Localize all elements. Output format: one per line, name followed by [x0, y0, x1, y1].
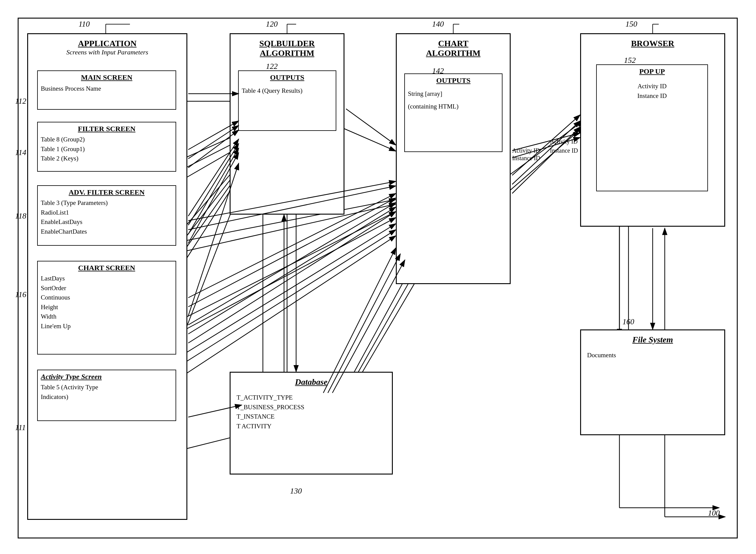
popup-content: Activity ID Instance ID	[597, 77, 707, 105]
activity-type-title: Activity Type Screen	[41, 373, 173, 381]
activity-type-screen-box: Activity Type Screen Table 5 (Activity T…	[37, 370, 176, 421]
svg-line-59	[188, 207, 396, 334]
diagram: Activity ID Instance ID 100 APPLICATION …	[0, 0, 756, 554]
chart-screen-item3: Continuous	[41, 293, 173, 302]
filter-screen-item1: Table 8 (Group2)	[41, 135, 173, 145]
activity-type-item1: Table 5 (Activity Type	[41, 383, 173, 392]
chart-screen-item2: SortOrder	[41, 283, 173, 293]
sqlbuilder-box: SQLBUILDER ALGORITHM OUTPUTS Table 4 (Qu…	[230, 33, 344, 215]
svg-line-60	[188, 212, 396, 343]
chart-algo-output-item3: (containing HTML)	[408, 102, 499, 112]
ref-114: 114	[15, 148, 26, 157]
svg-line-16	[180, 236, 396, 378]
adv-filter-item1: Table 3 (Type Parameters)	[41, 198, 173, 208]
chart-algo-outputs-box: OUTPUTS String [array] (containing HTML)	[404, 73, 503, 152]
sqlbuilder-title1: SQLBUILDER	[234, 39, 341, 48]
filesystem-content: Documents	[581, 346, 724, 365]
ref-112: 112	[15, 97, 26, 106]
filesystem-title: File System	[584, 335, 721, 344]
chart-screen-title: CHART SCREEN	[41, 264, 173, 272]
main-screen-box: MAIN SCREEN Business Process Name	[37, 70, 176, 110]
popup-item1: Activity ID	[603, 81, 701, 91]
ref-140: 140	[432, 20, 444, 29]
ref-160: 160	[623, 317, 634, 326]
filter-screen-title: FILTER SCREEN	[41, 125, 173, 133]
application-title: APPLICATION	[31, 39, 183, 48]
chart-algo-output-item1: String [array]	[408, 89, 499, 99]
svg-line-58	[188, 203, 396, 325]
ref-152: 152	[624, 56, 636, 65]
filesystem-box: File System Documents	[580, 329, 725, 435]
ref-110: 110	[78, 20, 90, 29]
chart-screen-item4: Height	[41, 302, 173, 312]
db-item2: T_BUSINESS_PROCESS	[237, 402, 386, 412]
filter-screen-item2: Table 1 (Group1)	[41, 145, 173, 154]
application-subtitle: Screens with Input Parameters	[31, 48, 183, 56]
adv-filter-item2: RadioList1	[41, 208, 173, 218]
ref-142: 142	[432, 66, 444, 75]
db-item3: T_INSTANCE	[237, 412, 386, 422]
svg-line-68	[512, 115, 580, 175]
adv-filter-item3: EnableLastDays	[41, 217, 173, 227]
ref-118: 118	[15, 212, 26, 221]
svg-text:Activity ID: Activity ID	[512, 147, 540, 154]
chart-screen-item6: Line'em Up	[41, 322, 173, 331]
svg-line-70	[512, 127, 580, 193]
adv-filter-title: ADV. FILTER SCREEN	[41, 188, 173, 197]
application-box: APPLICATION Screens with Input Parameter…	[27, 33, 187, 520]
ref-150: 150	[626, 20, 637, 29]
svg-line-15	[180, 230, 396, 366]
svg-line-77	[512, 133, 580, 151]
svg-text:Instance ID: Instance ID	[550, 147, 578, 154]
svg-line-61	[346, 109, 396, 145]
sqlbuilder-outputs-title: OUTPUTS	[242, 73, 333, 81]
chart-algorithm-box: CHART ALGORITHM OUTPUTS String [array] (…	[396, 33, 511, 284]
ref-120: 120	[266, 20, 278, 29]
database-box: Database T_ACTIVITY_TYPE T_BUSINESS_PROC…	[230, 372, 393, 475]
ref-122: 122	[266, 62, 278, 71]
ref-130: 130	[290, 487, 302, 496]
sqlbuilder-output-item: Table 4 (Query Results)	[242, 86, 333, 96]
svg-text:Instance ID: Instance ID	[512, 155, 540, 161]
svg-line-69	[512, 121, 580, 184]
db-item4: T ACTIVITY	[237, 422, 386, 431]
svg-line-14	[180, 224, 396, 356]
db-item1: T_ACTIVITY_TYPE	[237, 393, 386, 402]
database-content: T_ACTIVITY_TYPE T_BUSINESS_PROCESS T_INS…	[231, 388, 392, 436]
fs-item1: Documents	[587, 350, 718, 360]
popup-title: POP UP	[600, 67, 704, 75]
svg-text:Activity ID: Activity ID	[550, 138, 578, 145]
svg-line-11	[180, 212, 396, 320]
filter-screen-box: FILTER SCREEN Table 8 (Group2) Table 1 (…	[37, 122, 176, 172]
chart-algo-title2: ALGORITHM	[400, 48, 507, 58]
main-screen-title: MAIN SCREEN	[41, 73, 173, 81]
activity-type-item2: Indicators)	[41, 392, 173, 402]
filter-screen-item3: Table 2 (Keys)	[41, 154, 173, 164]
browser-title: BROWSER	[584, 39, 721, 48]
ref-100: 100	[708, 509, 720, 518]
svg-line-12	[180, 218, 396, 332]
popup-box: POP UP Activity ID Instance ID	[596, 64, 708, 191]
chart-screen-box: CHART SCREEN LastDays SortOrder Continuo…	[37, 261, 176, 354]
sqlbuilder-title2: ALGORITHM	[234, 48, 341, 58]
browser-box: BROWSER POP UP Activity ID Instance ID	[580, 33, 725, 227]
chart-screen-item1: LastDays	[41, 274, 173, 283]
ref-116: 116	[15, 290, 26, 299]
popup-item2: Instance ID	[603, 91, 701, 101]
sqlbuilder-outputs-box: OUTPUTS Table 4 (Query Results)	[238, 70, 336, 131]
chart-screen-item5: Width	[41, 312, 173, 322]
svg-line-78	[512, 137, 580, 158]
adv-filter-screen-box: ADV. FILTER SCREEN Table 3 (Type Paramet…	[37, 185, 176, 246]
ref-111: 111	[15, 423, 26, 432]
database-title: Database	[234, 377, 389, 387]
adv-filter-item4: EnableChartDates	[41, 227, 173, 237]
main-screen-content: Business Process Name	[41, 84, 173, 94]
svg-line-65	[323, 248, 396, 393]
chart-algo-title1: CHART	[400, 39, 507, 48]
chart-algo-outputs-title: OUTPUTS	[408, 76, 499, 85]
